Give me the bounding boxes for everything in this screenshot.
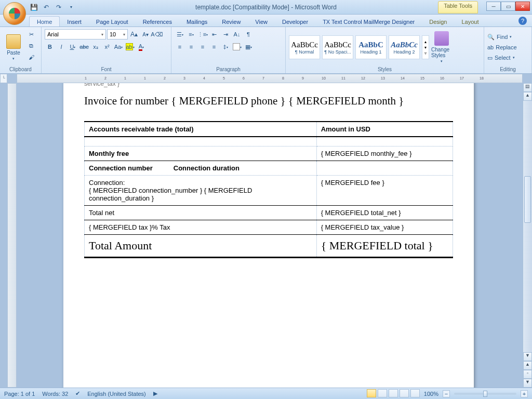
tab-mailmerge-designer[interactable]: TX Text Control MailMerge Designer (315, 17, 422, 26)
find-button[interactable]: 🔍Find▾ (487, 32, 528, 42)
multilevel-icon[interactable]: ⋮≡▾ (197, 29, 208, 39)
line-spacing-icon[interactable]: ‡▾ (220, 42, 231, 52)
total-label: Total Amount (85, 234, 317, 257)
align-left-icon[interactable]: ≡ (175, 42, 185, 52)
browse-object-icon[interactable]: ◦ (523, 370, 532, 379)
cell: { MERGEFIELD fee } (316, 175, 453, 205)
underline-icon[interactable]: U▾ (68, 42, 78, 52)
qat-redo-icon[interactable]: ↷ (54, 3, 63, 12)
invoice-heading[interactable]: Invoice for number { MERGEFIELD phone } … (84, 91, 453, 108)
sort-icon[interactable]: A↓ (232, 29, 242, 39)
superscript-icon[interactable]: x² (102, 42, 112, 52)
view-buttons (367, 389, 420, 398)
status-language[interactable]: English (United States) (87, 391, 146, 397)
style-heading1[interactable]: AaBbCHeading 1 (355, 35, 387, 59)
paste-button[interactable]: Paste▾ (3, 29, 24, 65)
tab-home[interactable]: Home (29, 16, 60, 26)
tab-layout[interactable]: Layout (454, 17, 486, 26)
status-bar: Page: 1 of 1 Words: 32 ✔ English (United… (0, 388, 532, 399)
horizontal-ruler[interactable]: 121123456789101112131415161718 (17, 74, 523, 83)
tab-view[interactable]: View (248, 17, 275, 26)
cell: { MERGEFIELD monthly_fee } (316, 146, 453, 161)
zoom-value[interactable]: 100% (424, 391, 438, 397)
borders-icon[interactable]: ▦▾ (243, 42, 254, 52)
scroll-thumb[interactable] (524, 176, 531, 223)
shading-icon[interactable]: ▾ (232, 42, 242, 52)
align-right-icon[interactable]: ≡ (197, 42, 208, 52)
style-normal[interactable]: AaBbCc¶ Normal (289, 35, 320, 59)
inc-indent-icon[interactable]: ⇥ (220, 29, 231, 39)
bold-icon[interactable]: B (45, 42, 55, 52)
tab-mailings[interactable]: Mailings (179, 17, 215, 26)
numbering-icon[interactable]: ≡▾ (186, 29, 196, 39)
tab-developer[interactable]: Developer (275, 17, 315, 26)
find-icon: 🔍 (487, 34, 495, 41)
strike-icon[interactable]: abc (79, 42, 89, 52)
font-family-combo[interactable]: Arial▾ (45, 29, 106, 39)
view-draft-icon[interactable] (410, 389, 420, 397)
change-case-icon[interactable]: Aa▾ (113, 42, 124, 52)
view-print-layout-icon[interactable] (367, 389, 376, 397)
scroll-up-icon[interactable]: ▲ (523, 92, 532, 101)
style-heading2[interactable]: AaBbCcHeading 2 (389, 35, 420, 59)
invoice-table[interactable]: Accounts receivable trade (total)Amount … (84, 121, 453, 258)
dec-indent-icon[interactable]: ⇤ (209, 29, 219, 39)
ruler-tab-selector[interactable]: └ (0, 74, 7, 83)
font-color-icon[interactable]: A▾ (136, 42, 147, 52)
align-center-icon[interactable]: ≡ (186, 42, 196, 52)
select-button[interactable]: ▭Select▾ (487, 53, 528, 62)
show-marks-icon[interactable]: ¶ (243, 29, 254, 39)
view-web-icon[interactable] (389, 389, 398, 397)
status-proofing-icon[interactable]: ✔ (75, 390, 80, 397)
status-page[interactable]: Page: 1 of 1 (4, 391, 35, 397)
tab-review[interactable]: Review (215, 17, 248, 26)
subscript-icon[interactable]: x₂ (90, 42, 101, 52)
zoom-out-icon[interactable]: − (443, 390, 450, 397)
tab-page-layout[interactable]: Page Layout (89, 17, 136, 26)
format-painter-icon[interactable]: 🖌 (26, 52, 36, 62)
italic-icon[interactable]: I (56, 42, 66, 52)
font-size-combo[interactable]: 10▾ (107, 29, 128, 39)
bullets-icon[interactable]: ☰▾ (175, 29, 185, 39)
document-viewport[interactable]: service_tax } Invoice for number { MERGE… (17, 83, 523, 388)
shrink-font-icon[interactable]: A▾ (140, 29, 151, 39)
qat-save-icon[interactable]: 💾 (29, 3, 38, 12)
status-macro-icon[interactable]: ▶ (153, 390, 157, 397)
zoom-slider[interactable] (454, 393, 516, 395)
tab-references[interactable]: References (136, 17, 179, 26)
scroll-down-icon[interactable]: ▼ (523, 352, 532, 361)
tab-insert[interactable]: Insert (60, 17, 89, 26)
qat-customize-icon[interactable]: ▾ (66, 3, 76, 12)
minimize-button[interactable]: ─ (486, 2, 501, 11)
view-full-screen-icon[interactable] (378, 389, 387, 397)
titlebar: 💾 ↶ ↷ ▾ template.doc [Compatibility Mode… (0, 0, 532, 15)
tab-design[interactable]: Design (422, 17, 454, 26)
contextual-tab-label: Table Tools (438, 1, 478, 14)
copy-icon[interactable]: ⧉ (26, 41, 36, 51)
status-words[interactable]: Words: 32 (42, 391, 68, 397)
change-styles-button[interactable]: Change Styles▾ (431, 31, 452, 63)
maximize-button[interactable]: ▭ (501, 2, 515, 11)
zoom-in-icon[interactable]: + (521, 390, 528, 397)
ruler-toggle-icon[interactable]: ▤ (523, 83, 532, 92)
prev-page-icon[interactable]: ▲ (523, 361, 532, 370)
vertical-scrollbar[interactable]: ▤ ▲ ▼ ▲ ◦ ▼ (523, 83, 532, 388)
styles-gallery-scroll[interactable]: ▴▾▿ (422, 35, 429, 59)
replace-button[interactable]: abReplace (487, 43, 528, 52)
cut-icon[interactable]: ✂ (26, 29, 36, 39)
view-outline-icon[interactable] (400, 389, 409, 397)
th-left: Accounts receivable trade (total) (85, 122, 317, 137)
next-page-icon[interactable]: ▼ (523, 379, 532, 388)
highlight-icon[interactable]: ab▾ (125, 42, 135, 52)
office-button[interactable] (3, 2, 26, 25)
help-icon[interactable]: ? (518, 17, 527, 25)
qat-undo-icon[interactable]: ↶ (42, 3, 51, 12)
justify-icon[interactable]: ≡ (209, 42, 219, 52)
group-label: Paragraph (175, 65, 282, 72)
style-no-spacing[interactable]: AaBbCc¶ No Spaci... (322, 35, 353, 59)
grow-font-icon[interactable]: A▴ (129, 29, 139, 39)
clear-formatting-icon[interactable]: A⌫ (152, 29, 162, 39)
group-editing: 🔍Find▾ abReplace ▭Select▾ Editing (484, 27, 532, 73)
vertical-ruler[interactable] (7, 83, 17, 388)
close-button[interactable]: ✕ (515, 2, 530, 11)
